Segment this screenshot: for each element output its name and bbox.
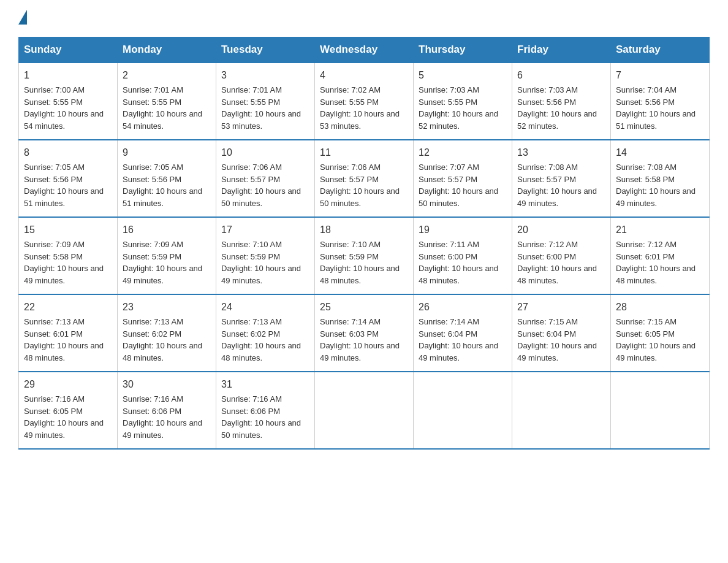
calendar-cell: 18Sunrise: 7:10 AMSunset: 5:59 PMDayligh… (315, 217, 414, 294)
day-number: 8 (24, 145, 112, 160)
day-number: 10 (221, 145, 309, 160)
day-of-week-header: Wednesday (315, 37, 414, 63)
calendar-cell: 5Sunrise: 7:03 AMSunset: 5:55 PMDaylight… (414, 63, 512, 140)
calendar-header-row: SundayMondayTuesdayWednesdayThursdayFrid… (19, 37, 710, 63)
logo (18, 12, 27, 25)
calendar-cell (414, 372, 512, 449)
day-number: 11 (320, 145, 408, 160)
calendar-cell: 10Sunrise: 7:06 AMSunset: 5:57 PMDayligh… (216, 140, 315, 217)
day-of-week-header: Monday (118, 37, 216, 63)
calendar-cell: 24Sunrise: 7:13 AMSunset: 6:02 PMDayligh… (216, 294, 315, 372)
day-number: 21 (616, 223, 704, 237)
calendar-cell: 12Sunrise: 7:07 AMSunset: 5:57 PMDayligh… (414, 140, 512, 217)
day-number: 5 (419, 68, 507, 83)
calendar-cell: 20Sunrise: 7:12 AMSunset: 6:00 PMDayligh… (512, 217, 611, 294)
calendar-cell: 17Sunrise: 7:10 AMSunset: 5:59 PMDayligh… (216, 217, 315, 294)
calendar-week-row: 8Sunrise: 7:05 AMSunset: 5:56 PMDaylight… (19, 140, 710, 217)
day-number: 26 (419, 300, 507, 315)
calendar-cell: 8Sunrise: 7:05 AMSunset: 5:56 PMDaylight… (19, 140, 118, 217)
day-number: 31 (221, 377, 309, 392)
day-number: 18 (320, 223, 408, 237)
day-number: 4 (320, 68, 408, 83)
calendar-cell: 16Sunrise: 7:09 AMSunset: 5:59 PMDayligh… (118, 217, 216, 294)
day-number: 24 (221, 300, 309, 315)
day-number: 13 (517, 145, 605, 160)
calendar-cell: 6Sunrise: 7:03 AMSunset: 5:56 PMDaylight… (512, 63, 611, 140)
calendar-cell: 28Sunrise: 7:15 AMSunset: 6:05 PMDayligh… (611, 294, 710, 372)
calendar-week-row: 15Sunrise: 7:09 AMSunset: 5:58 PMDayligh… (19, 217, 710, 294)
day-number: 28 (616, 300, 704, 315)
day-of-week-header: Tuesday (216, 37, 315, 63)
calendar-cell: 9Sunrise: 7:05 AMSunset: 5:56 PMDaylight… (118, 140, 216, 217)
day-of-week-header: Sunday (19, 37, 118, 63)
day-number: 16 (123, 223, 211, 237)
day-number: 22 (24, 300, 112, 315)
calendar-cell: 1Sunrise: 7:00 AMSunset: 5:55 PMDaylight… (19, 63, 118, 140)
calendar-cell: 22Sunrise: 7:13 AMSunset: 6:01 PMDayligh… (19, 294, 118, 372)
page-header (18, 12, 710, 25)
calendar-cell: 11Sunrise: 7:06 AMSunset: 5:57 PMDayligh… (315, 140, 414, 217)
calendar-cell: 26Sunrise: 7:14 AMSunset: 6:04 PMDayligh… (414, 294, 512, 372)
day-number: 7 (616, 68, 704, 83)
calendar-table: SundayMondayTuesdayWednesdayThursdayFrid… (18, 37, 710, 450)
calendar-cell (611, 372, 710, 449)
calendar-cell: 19Sunrise: 7:11 AMSunset: 6:00 PMDayligh… (414, 217, 512, 294)
calendar-cell: 31Sunrise: 7:16 AMSunset: 6:06 PMDayligh… (216, 372, 315, 449)
day-number: 2 (123, 68, 211, 83)
calendar-cell: 13Sunrise: 7:08 AMSunset: 5:57 PMDayligh… (512, 140, 611, 217)
calendar-cell: 4Sunrise: 7:02 AMSunset: 5:55 PMDaylight… (315, 63, 414, 140)
day-number: 6 (517, 68, 605, 83)
day-number: 3 (221, 68, 309, 83)
day-number: 20 (517, 223, 605, 237)
calendar-week-row: 22Sunrise: 7:13 AMSunset: 6:01 PMDayligh… (19, 294, 710, 372)
day-number: 30 (123, 377, 211, 392)
calendar-week-row: 29Sunrise: 7:16 AMSunset: 6:05 PMDayligh… (19, 372, 710, 449)
logo-triangle-icon (18, 10, 27, 25)
day-number: 12 (419, 145, 507, 160)
calendar-cell: 27Sunrise: 7:15 AMSunset: 6:04 PMDayligh… (512, 294, 611, 372)
day-of-week-header: Thursday (414, 37, 512, 63)
calendar-cell: 15Sunrise: 7:09 AMSunset: 5:58 PMDayligh… (19, 217, 118, 294)
day-number: 19 (419, 223, 507, 237)
calendar-cell: 30Sunrise: 7:16 AMSunset: 6:06 PMDayligh… (118, 372, 216, 449)
calendar-cell: 23Sunrise: 7:13 AMSunset: 6:02 PMDayligh… (118, 294, 216, 372)
day-number: 23 (123, 300, 211, 315)
calendar-cell: 25Sunrise: 7:14 AMSunset: 6:03 PMDayligh… (315, 294, 414, 372)
calendar-cell: 7Sunrise: 7:04 AMSunset: 5:56 PMDaylight… (611, 63, 710, 140)
calendar-cell (512, 372, 611, 449)
day-number: 1 (24, 68, 112, 83)
calendar-week-row: 1Sunrise: 7:00 AMSunset: 5:55 PMDaylight… (19, 63, 710, 140)
calendar-cell: 3Sunrise: 7:01 AMSunset: 5:55 PMDaylight… (216, 63, 315, 140)
calendar-cell: 21Sunrise: 7:12 AMSunset: 6:01 PMDayligh… (611, 217, 710, 294)
day-of-week-header: Friday (512, 37, 611, 63)
calendar-cell (315, 372, 414, 449)
calendar-cell: 14Sunrise: 7:08 AMSunset: 5:58 PMDayligh… (611, 140, 710, 217)
calendar-cell: 2Sunrise: 7:01 AMSunset: 5:55 PMDaylight… (118, 63, 216, 140)
day-number: 14 (616, 145, 704, 160)
day-number: 25 (320, 300, 408, 315)
day-number: 29 (24, 377, 112, 392)
calendar-cell: 29Sunrise: 7:16 AMSunset: 6:05 PMDayligh… (19, 372, 118, 449)
day-number: 17 (221, 223, 309, 237)
day-number: 9 (123, 145, 211, 160)
day-number: 27 (517, 300, 605, 315)
day-of-week-header: Saturday (611, 37, 710, 63)
day-number: 15 (24, 223, 112, 237)
